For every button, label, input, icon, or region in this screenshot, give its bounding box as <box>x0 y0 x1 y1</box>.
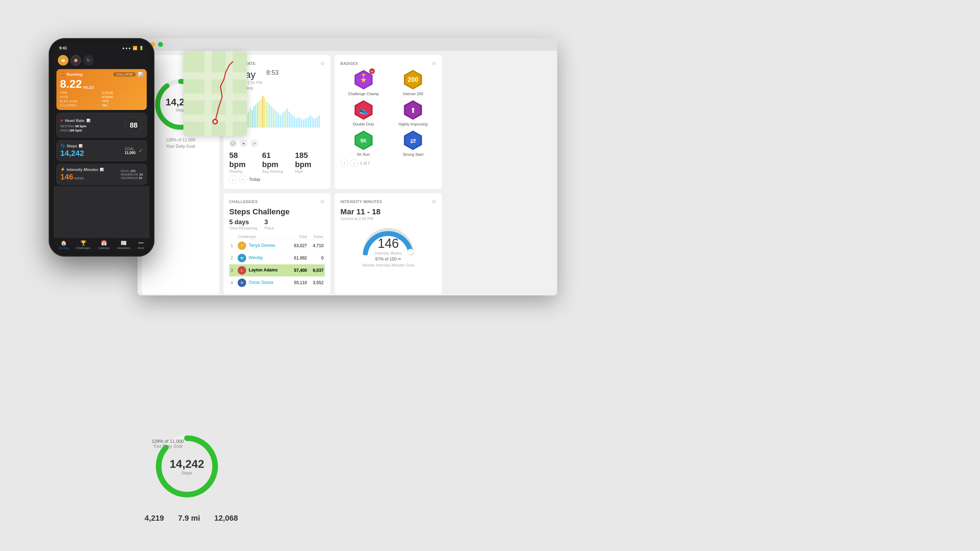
badges-settings-icon[interactable]: ⚙ <box>432 60 436 66</box>
challenge-days: 5 days Time Remaining <box>229 219 258 230</box>
rank-2: 2 <box>229 252 236 264</box>
challenges-settings-icon[interactable]: ⚙ <box>320 199 325 205</box>
bottom-value-1: 4,219 <box>145 514 164 523</box>
heart-icon: ♥ <box>60 118 63 123</box>
steps-goal-value-phone: 11,000 <box>124 151 135 155</box>
intensity-value: 146 <box>375 236 402 251</box>
svg-rect-39 <box>296 119 297 128</box>
hr-circle-value: 88 <box>130 121 138 129</box>
nav-my-day[interactable]: 🏠 My Day <box>59 240 68 249</box>
status-icons: ▲▲▲ 📶 🔋 <box>122 46 144 51</box>
svg-rect-78 <box>226 51 233 136</box>
running-miles-value: 8.22 <box>60 78 82 89</box>
challenger-name-2[interactable]: Wendyj <box>249 255 263 260</box>
main-avatar[interactable]: 🏔 <box>58 55 68 65</box>
resting-label: RESTING 58 bpm <box>60 124 90 128</box>
challenge-place-value: 3 <box>264 219 274 226</box>
nav-challenges[interactable]: 🏆 Challenges <box>76 240 90 249</box>
svg-rect-74 <box>183 72 247 79</box>
challenger-name-4[interactable]: Oscar Sousa <box>249 280 273 285</box>
svg-rect-38 <box>294 117 295 128</box>
big-donut-text: 14,242 Steps <box>170 457 204 476</box>
svg-rect-25 <box>271 106 272 128</box>
challenger-name-1[interactable]: Tanya Doreau <box>249 243 275 248</box>
chart-prev-button[interactable]: ‹ <box>229 176 237 183</box>
intensity-date-range: Mar 11 - 18 <box>340 207 436 216</box>
chart-share-icons: 💬 ♥ ↗ <box>229 140 258 148</box>
resting-hr-stat: 58 bpm Resting <box>229 151 255 173</box>
svg-rect-23 <box>268 103 269 128</box>
resting-val: 58 bpm <box>75 124 87 128</box>
heart-rate-settings-icon[interactable]: ⚙ <box>320 60 325 66</box>
phone-spacer <box>54 186 150 238</box>
svg-rect-30 <box>280 115 281 128</box>
badge-strong-start[interactable]: ⇄ Strong Start <box>390 130 436 157</box>
big-donut-goal-area: 129% of 11,000 Your Daily Goal <box>152 438 184 449</box>
badge-highly-improving[interactable]: ⬆ Highly Improving <box>390 99 436 126</box>
phone-heart-rate-card: ♥ Heart Rate 📊 RESTING 58 bpm HIGH 185 b… <box>56 113 147 138</box>
steps-goal-label-phone: GOAL <box>124 147 135 151</box>
svg-text:⬆: ⬆ <box>410 106 416 114</box>
svg-rect-33 <box>285 110 286 128</box>
svg-text:👟: 👟 <box>359 106 368 114</box>
svg-rect-46 <box>308 117 309 128</box>
nav-calendar-label: Calendar <box>98 246 109 249</box>
badge-challenge-champ[interactable]: ★ 🏆 ×2 Challenge Champ <box>340 69 387 96</box>
challenges-icon: 🏆 <box>80 240 86 246</box>
bottom-strip: 4,219 7.9 mi 12,068 <box>145 514 238 523</box>
secondary-avatar[interactable]: 🎯 <box>70 55 81 65</box>
svg-rect-18 <box>259 101 260 128</box>
nav-calendar[interactable]: 📅 Calendar <box>98 240 109 249</box>
cal-value: 784 <box>102 104 143 107</box>
high-label: HIGH 185 bpm <box>60 129 90 132</box>
badges-prev-button[interactable]: ‹ <box>340 159 348 167</box>
chart-next-button[interactable]: › <box>239 176 247 183</box>
chart-icon-small: 📊 <box>86 119 90 122</box>
share-icon[interactable]: ↗ <box>250 140 258 148</box>
intensity-icon-phone: ⚡ <box>60 167 65 171</box>
collapse-button[interactable]: COLLAPSE <box>113 72 136 76</box>
badge-intense-200[interactable]: 200 Intense 200 <box>390 69 436 96</box>
nav-more[interactable]: ••• More <box>138 240 144 249</box>
badges-next-button[interactable]: › <box>350 159 358 167</box>
more-icon: ••• <box>138 240 143 246</box>
nav-newsfeed[interactable]: 📰 Newsfeed <box>118 240 130 249</box>
badge-strong-start-label: Strong Start <box>403 152 423 157</box>
intensity-goal-val-phone: 150 <box>130 169 135 173</box>
intensity-edit-icon[interactable]: ✏ <box>398 257 401 262</box>
nav-my-day-label: My Day <box>59 246 68 249</box>
phone-frame: 9:41 ▲▲▲ 📶 🔋 🏔 🎯 ↻ <box>49 38 154 257</box>
big-goal-label: Your Daily Goal <box>152 444 184 449</box>
badge-double-duty[interactable]: 👟 Double Duty <box>340 99 387 126</box>
avatar-layton: L <box>238 266 246 275</box>
challenger-4: O Oscar Sousa <box>236 277 289 289</box>
rank-4: 4 <box>229 277 236 289</box>
today-2: 0 <box>309 252 325 264</box>
sync-icon[interactable]: ↻ <box>83 55 94 65</box>
total-1: 63,027 <box>289 240 309 252</box>
badge-double-duty-label: Double Duty <box>353 122 374 126</box>
heart-share-icon[interactable]: ♥ <box>240 140 248 148</box>
avg-resting-hr-value: 61 bpm <box>262 151 288 169</box>
challenge-place-label: Place <box>264 226 274 230</box>
heart-rate-stats: 58 bpm Resting 61 bpm Avg Resting 185 bp… <box>229 151 325 173</box>
phone-mockup: 9:41 ▲▲▲ 📶 🔋 🏔 🎯 ↻ <box>49 38 162 267</box>
badge-5k-run[interactable]: 5K 5K Run <box>340 130 387 157</box>
intensity-settings-icon[interactable]: ⚙ <box>432 199 436 205</box>
resting-hr-label: Resting <box>229 169 255 173</box>
profile-avatars: 🏔 🎯 ↻ <box>58 55 94 65</box>
comment-icon[interactable]: 💬 <box>229 140 237 148</box>
elev-label: ELEV. GAIN <box>60 99 101 103</box>
high-val: 185 bpm <box>69 129 82 132</box>
badges-pagination: ‹ › 1 of 7 <box>340 159 436 167</box>
challenger-header: Challenger <box>236 234 289 240</box>
svg-rect-16 <box>255 105 256 128</box>
svg-point-80 <box>214 120 216 123</box>
time-value: 1:13:10 <box>102 91 143 94</box>
today-1: 4,710 <box>309 240 325 252</box>
badge-highly-improving-label: Highly Improving <box>398 122 427 126</box>
high-hr-value: 185 bpm <box>295 151 325 169</box>
badge-intense-200-label: Intense 200 <box>403 92 423 96</box>
total-2: 61,992 <box>289 252 309 264</box>
svg-rect-19 <box>261 99 262 128</box>
